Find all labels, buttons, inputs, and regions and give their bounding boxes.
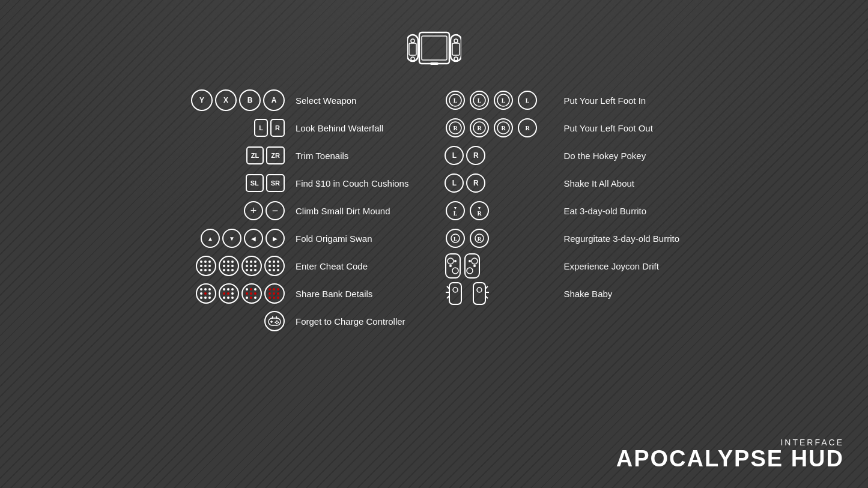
- a-button[interactable]: A: [263, 89, 285, 111]
- svg-text:L: L: [454, 97, 458, 104]
- svg-line-18: [272, 316, 273, 319]
- svg-text:L: L: [478, 97, 482, 104]
- sl-button[interactable]: SL: [246, 174, 264, 192]
- hokey-pokey-row: L R Do the Hokey Pokey: [445, 142, 679, 169]
- l-circle2-button[interactable]: L: [445, 173, 464, 193]
- trim-toenails-label: Trim Toenails: [291, 151, 348, 161]
- regurgitate-burrito-icons: L R: [445, 227, 553, 249]
- svg-point-68: [453, 288, 458, 292]
- l-circle-button[interactable]: L: [445, 146, 464, 165]
- controller-icon: [268, 316, 281, 327]
- dots2-button[interactable]: [219, 256, 239, 276]
- fold-origami-icons: ▲ ▼ ◀ ▶: [189, 229, 285, 248]
- select-weapon-label: Select Weapon: [291, 95, 356, 106]
- controls-container: Y X B A Select Weapon L R Look Behind Wa…: [0, 86, 868, 335]
- l-button[interactable]: L: [254, 119, 268, 137]
- svg-text:R: R: [526, 125, 530, 131]
- svg-point-58: [449, 265, 452, 267]
- joycon-drift-row: Experience Joycon Drift: [445, 252, 679, 280]
- plus-button[interactable]: +: [244, 201, 263, 220]
- r-joystick2-icon: R: [469, 117, 490, 139]
- svg-point-16: [275, 322, 276, 323]
- svg-point-62: [469, 260, 471, 262]
- svg-rect-5: [422, 36, 447, 60]
- shake-baby-label: Shake Baby: [559, 289, 612, 299]
- regurgitate-burrito-row: L R Regurgitate 3-day-old Burrito: [445, 224, 679, 252]
- dots4-red-button[interactable]: [264, 283, 285, 304]
- svg-text:L: L: [502, 97, 506, 104]
- controller-button[interactable]: [264, 311, 285, 331]
- svg-text:R: R: [478, 236, 482, 242]
- dots1-button[interactable]: [196, 256, 216, 276]
- trim-toenails-row: ZL ZR Trim Toenails: [189, 142, 408, 169]
- joycon-right-icon: [464, 253, 481, 279]
- dots1-red-button[interactable]: [196, 283, 216, 304]
- svg-point-8: [454, 39, 458, 43]
- select-weapon-icons: Y X B A: [189, 89, 285, 111]
- dpad-right-button[interactable]: ▶: [266, 229, 285, 248]
- select-weapon-row: Y X B A Select Weapon: [189, 86, 408, 114]
- left-foot-in-row: L L L L: [445, 86, 679, 114]
- cheat-code-row: Enter Cheat Code: [189, 252, 408, 280]
- r-circle-button[interactable]: R: [466, 146, 485, 165]
- fold-origami-label: Fold Origami Swan: [291, 233, 372, 244]
- r-circle2-button[interactable]: R: [466, 173, 485, 193]
- svg-text:L: L: [454, 210, 458, 217]
- b-button[interactable]: B: [239, 89, 261, 111]
- dots3-red-button[interactable]: [241, 283, 262, 304]
- r-button[interactable]: R: [270, 119, 285, 137]
- brand-title-text: APOCALYPSE HUD: [616, 447, 844, 470]
- left-foot-out-row: R R R R: [445, 114, 679, 142]
- zl-button[interactable]: ZL: [246, 146, 264, 164]
- find-10-icons: SL SR: [189, 174, 285, 192]
- svg-point-56: [452, 268, 458, 274]
- bank-details-label: Share Bank Details: [291, 289, 372, 299]
- y-button[interactable]: Y: [191, 89, 213, 111]
- left-controls-column: Y X B A Select Weapon L R Look Behind Wa…: [189, 86, 408, 335]
- svg-point-55: [448, 258, 454, 264]
- dots4-button[interactable]: [264, 256, 285, 276]
- joycon-shake-left-icon: [445, 280, 466, 307]
- dpad-left-button[interactable]: ◀: [244, 229, 263, 248]
- svg-point-17: [276, 323, 278, 324]
- find-10-label: Find $10 in Couch Cushions: [291, 178, 408, 188]
- r-trigger-icon: ▼ R: [469, 200, 490, 221]
- shake-all-about-icons: L R: [445, 173, 553, 193]
- x-button[interactable]: X: [215, 89, 237, 111]
- svg-rect-54: [446, 254, 460, 278]
- l-trigger-icon: ▼ L: [445, 200, 466, 221]
- dpad-down-button[interactable]: ▼: [222, 229, 241, 248]
- hokey-pokey-label: Do the Hokey Pokey: [559, 151, 646, 161]
- svg-rect-10: [430, 62, 439, 65]
- svg-point-3: [411, 57, 414, 61]
- svg-text:▼: ▼: [454, 206, 458, 210]
- svg-point-15: [278, 322, 279, 323]
- sr-button[interactable]: SR: [266, 174, 285, 192]
- dpad-up-button[interactable]: ▲: [201, 229, 220, 248]
- svg-rect-64: [449, 283, 461, 304]
- climb-dirt-icons: + −: [189, 201, 285, 220]
- look-waterfall-row: L R Look Behind Waterfall: [189, 114, 408, 142]
- l-shoulder-icon: L: [517, 89, 538, 111]
- svg-text:R: R: [454, 125, 458, 131]
- zr-button[interactable]: ZR: [266, 146, 285, 164]
- cheat-code-icons: [189, 256, 285, 276]
- minus-button[interactable]: −: [266, 201, 285, 220]
- dots3-button[interactable]: [241, 256, 262, 276]
- svg-text:R: R: [502, 125, 506, 131]
- svg-point-60: [472, 258, 478, 264]
- svg-rect-4: [419, 32, 449, 64]
- joycon-left-icon: [445, 253, 461, 279]
- r-joystick1-icon: R: [445, 117, 466, 139]
- shake-all-about-row: L R Shake It All About: [445, 169, 679, 197]
- svg-rect-7: [452, 43, 460, 55]
- shake-baby-icons: [445, 280, 553, 307]
- svg-rect-69: [473, 283, 485, 304]
- find-10-row: SL SR Find $10 in Couch Cushions: [189, 169, 408, 197]
- look-waterfall-label: Look Behind Waterfall: [291, 123, 383, 133]
- l-inner-circle-icon: L: [445, 227, 466, 249]
- joycon-shake-right-icon: [469, 280, 490, 307]
- dots2-red-button[interactable]: [219, 283, 239, 304]
- regurgitate-burrito-label: Regurgitate 3-day-old Burrito: [559, 233, 679, 244]
- eat-burrito-label: Eat 3-day-old Burrito: [559, 206, 646, 216]
